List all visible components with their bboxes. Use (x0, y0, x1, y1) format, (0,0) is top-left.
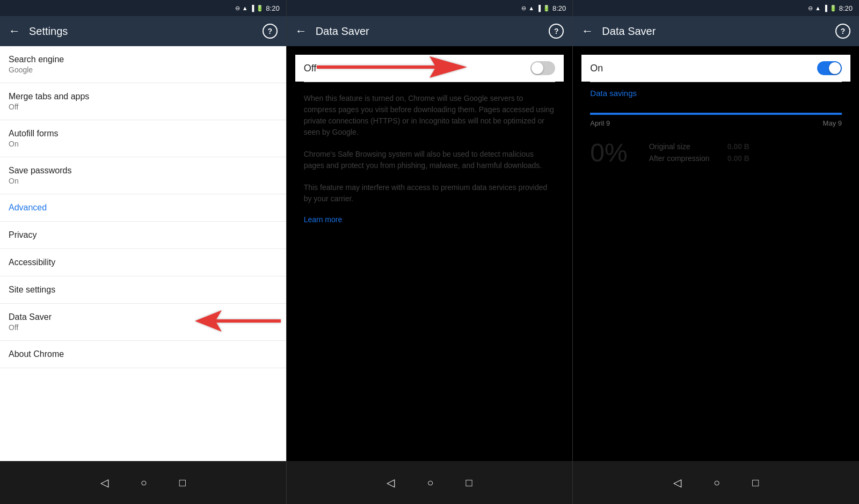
page-title-1: Settings (29, 25, 254, 38)
help-button-3[interactable]: ? (835, 24, 850, 39)
minus-circle-icon-2: ⊖ (521, 5, 526, 12)
settings-item-save-passwords[interactable]: Save passwords On (0, 157, 286, 194)
after-compression-value: 0.00 B (727, 154, 749, 163)
help-button-1[interactable]: ? (263, 24, 278, 39)
toggle-knob-off (532, 62, 543, 74)
red-arrow-left (195, 308, 281, 337)
help-button-2[interactable]: ? (549, 24, 564, 39)
search-engine-subtitle: Google (9, 65, 278, 74)
battery-icon-2: 🔋 (543, 5, 550, 12)
accessibility-title: Accessibility (9, 258, 278, 267)
settings-item-advanced[interactable]: Advanced (0, 194, 286, 222)
settings-item-merge-tabs[interactable]: Merge tabs and apps Off (0, 83, 286, 120)
back-button-2[interactable]: ← (295, 24, 307, 38)
status-icons-2: ⊖ ▲ ▐ 🔋 8:20 (521, 4, 566, 12)
description-3: This feature may interfere with access t… (304, 182, 556, 204)
status-time-3: 8:20 (839, 4, 853, 12)
advanced-title: Advanced (9, 203, 278, 213)
wifi-icon: ▲ (242, 5, 248, 11)
data-saver-off-content: Off When this feature is turned on, Chro… (287, 46, 573, 461)
red-arrow-right (317, 54, 467, 83)
original-size-row: Original size 0.00 B (649, 142, 749, 151)
signal-icon: ▐ (250, 5, 254, 11)
back-nav-btn-3[interactable]: ◁ (673, 476, 681, 489)
toggle-label-on: On (590, 63, 603, 74)
status-time-1: 8:20 (266, 4, 279, 12)
home-nav-btn-2[interactable]: ○ (427, 477, 433, 489)
savings-stats: 0% Original size 0.00 B After compressio… (590, 138, 842, 167)
site-settings-title: Site settings (9, 285, 278, 295)
toggle-row-off: Off (295, 55, 564, 82)
page-title-2: Data Saver (316, 25, 541, 38)
settings-item-site-settings[interactable]: Site settings (0, 276, 286, 304)
battery-icon: 🔋 (256, 5, 264, 12)
after-compression-row: After compression 0.00 B (649, 154, 749, 163)
top-bar-1: ← Settings ? (0, 16, 286, 46)
autofill-subtitle: On (9, 140, 278, 148)
home-nav-btn-1[interactable]: ○ (141, 477, 147, 489)
privacy-title: Privacy (9, 230, 278, 240)
autofill-title: Autofill forms (9, 129, 278, 138)
top-bar-2: ← Data Saver ? (287, 16, 573, 46)
recent-nav-btn-2[interactable]: □ (466, 477, 472, 489)
svg-marker-0 (195, 310, 281, 332)
settings-list: Search engine Google Merge tabs and apps… (0, 46, 286, 461)
original-size-label: Original size (649, 142, 719, 151)
save-passwords-subtitle: On (9, 177, 278, 185)
settings-item-privacy[interactable]: Privacy (0, 222, 286, 249)
wifi-icon-2: ▲ (528, 5, 534, 11)
chart-bar (590, 113, 842, 115)
back-nav-btn-1[interactable]: ◁ (100, 476, 108, 489)
data-saver-toggle-on[interactable] (817, 61, 842, 75)
wifi-icon-3: ▲ (815, 5, 821, 11)
settings-item-search-engine[interactable]: Search engine Google (0, 46, 286, 83)
stats-table: Original size 0.00 B After compression 0… (649, 142, 749, 163)
chart-dates: April 9 May 9 (590, 119, 842, 127)
minus-circle-icon: ⊖ (235, 5, 240, 12)
status-bar-2: ⊖ ▲ ▐ 🔋 8:20 (287, 0, 573, 16)
svg-marker-1 (317, 56, 467, 78)
status-icons-3: ⊖ ▲ ▐ 🔋 8:20 (808, 4, 853, 12)
signal-icon-3: ▐ (823, 5, 827, 11)
minus-circle-icon-3: ⊖ (808, 5, 813, 12)
settings-item-about-chrome[interactable]: About Chrome (0, 341, 286, 368)
after-compression-label: After compression (649, 154, 719, 163)
recent-nav-btn-1[interactable]: □ (179, 477, 186, 489)
data-saver-on-panel: ⊖ ▲ ▐ 🔋 8:20 ← Data Saver ? On Data savi… (573, 0, 859, 461)
original-size-value: 0.00 B (727, 142, 749, 151)
status-bar-1: ⊖ ▲ ▐ 🔋 8:20 (0, 0, 286, 16)
battery-icon-3: 🔋 (829, 5, 837, 12)
learn-more-link[interactable]: Learn more (304, 215, 556, 224)
back-button-1[interactable]: ← (9, 24, 20, 38)
back-nav-btn-2[interactable]: ◁ (387, 476, 395, 489)
data-saver-toggle-off[interactable] (530, 61, 555, 75)
status-icons-1: ⊖ ▲ ▐ 🔋 8:20 (235, 4, 280, 12)
data-savings-link[interactable]: Data savings (581, 82, 850, 104)
chart-section: April 9 May 9 0% Original size 0.00 B Af… (581, 104, 850, 176)
chart-end-date: May 9 (823, 119, 842, 127)
description-1: When this feature is turned on, Chrome w… (304, 93, 556, 138)
toggle-knob-on (829, 62, 841, 74)
recent-nav-btn-3[interactable]: □ (752, 477, 759, 489)
data-saver-on-content: On Data savings April 9 May 9 0% Origina (573, 46, 859, 461)
chart-start-date: April 9 (590, 119, 610, 127)
bottom-nav-2: ◁ ○ □ (287, 461, 573, 504)
savings-percentage: 0% (590, 138, 627, 167)
settings-panel: ⊖ ▲ ▐ 🔋 8:20 ← Settings ? Search engine … (0, 0, 287, 461)
settings-item-data-saver[interactable]: Data Saver Off (0, 304, 286, 341)
about-chrome-title: About Chrome (9, 349, 278, 359)
back-button-3[interactable]: ← (581, 24, 593, 38)
bottom-nav-3: ◁ ○ □ (573, 461, 859, 504)
page-title-3: Data Saver (602, 25, 827, 38)
merge-tabs-subtitle: Off (9, 103, 278, 111)
settings-item-accessibility[interactable]: Accessibility (0, 249, 286, 276)
description-2: Chrome's Safe Browsing system will also … (304, 149, 556, 171)
settings-item-autofill[interactable]: Autofill forms On (0, 120, 286, 157)
save-passwords-title: Save passwords (9, 166, 278, 176)
toggle-label-off: Off (304, 63, 317, 74)
bottom-nav-1: ◁ ○ □ (0, 461, 287, 504)
bottom-navigation: ◁ ○ □ ◁ ○ □ ◁ ○ □ (0, 461, 859, 504)
toggle-row-on: On (581, 55, 850, 82)
home-nav-btn-3[interactable]: ○ (714, 477, 720, 489)
top-bar-3: ← Data Saver ? (573, 16, 859, 46)
